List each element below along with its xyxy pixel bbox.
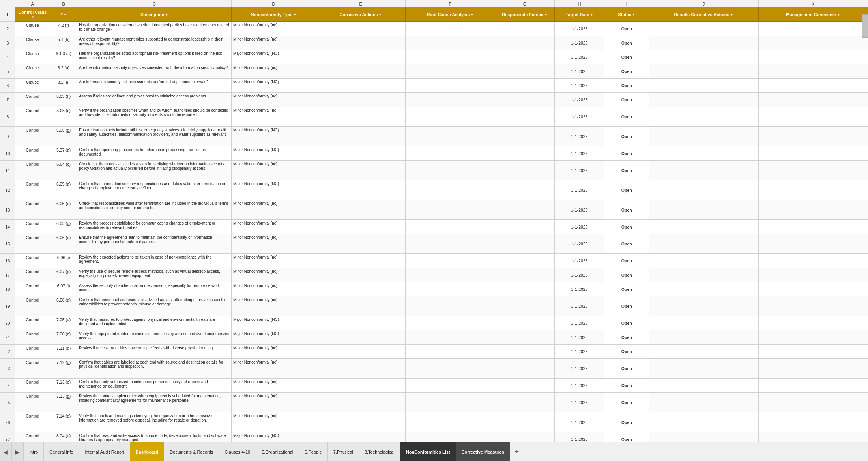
cell-description[interactable]: Check that responsibilities valid after … (77, 200, 232, 220)
cell-management-comments[interactable] (758, 93, 868, 107)
cell-results[interactable] (649, 127, 758, 146)
table-row[interactable]: 18 Control 6.07 (i) Assess the security … (0, 282, 868, 296)
cell-description[interactable]: Verify if the organization specifies whe… (77, 107, 232, 127)
table-row[interactable]: 2 Clause 4.2 (f) Has the organization co… (0, 22, 868, 36)
cell-num[interactable]: 6.2 (a) (50, 64, 77, 79)
cell-management-comments[interactable] (758, 146, 868, 161)
cell-description[interactable]: Are other relevant management roles supp… (77, 36, 232, 50)
col-header-results[interactable]: Results Corrective Actions▼ (649, 7, 758, 22)
table-row[interactable]: 6 Clause 8.2 (a) Are information securit… (0, 79, 868, 93)
cell-results[interactable] (649, 200, 758, 220)
tab-nav-right[interactable]: ▶ (12, 442, 24, 461)
cell-corrective-actions[interactable] (316, 234, 406, 254)
cell-results[interactable] (649, 50, 758, 64)
cell-target-date[interactable]: 1-1-2025 (555, 393, 604, 412)
cell-results[interactable] (649, 146, 758, 161)
col-header-management-comments[interactable]: Management Comments▼ (758, 7, 868, 22)
cell-num[interactable]: 7.13 (e) (50, 379, 77, 393)
cell-responsible-person[interactable] (495, 36, 554, 50)
col-header-target-date[interactable]: Target Date▼ (555, 7, 604, 22)
cell-num[interactable]: 6.05 (g) (50, 220, 77, 234)
cell-responsible-person[interactable] (495, 345, 554, 359)
cell-nonconformity-type[interactable]: Major Nonconformity (NC) (231, 50, 316, 64)
cell-root-cause[interactable] (405, 146, 495, 161)
cell-nonconformity-type[interactable]: Minor Nonconformity (nc) (231, 93, 316, 107)
cell-target-date[interactable]: 1-1-2025 (555, 220, 604, 234)
cell-results[interactable] (649, 393, 758, 412)
cell-target-date[interactable]: 1-1-2025 (555, 22, 604, 36)
cell-nonconformity-type[interactable]: Minor Nonconformity (nc) (231, 161, 316, 180)
cell-target-date[interactable]: 1-1-2025 (555, 379, 604, 393)
cell-control-clause[interactable]: Control (15, 330, 50, 345)
cell-status[interactable]: Open (604, 268, 649, 282)
cell-responsible-person[interactable] (495, 254, 554, 268)
cell-description[interactable]: Review the process established for commu… (77, 220, 232, 234)
cell-nonconformity-type[interactable]: Major Nonconformity (NC) (231, 330, 316, 345)
cell-root-cause[interactable] (405, 432, 495, 442)
cell-nonconformity-type[interactable]: Major Nonconformity (NC) (231, 146, 316, 161)
cell-control-clause[interactable]: Control (15, 282, 50, 296)
cell-management-comments[interactable] (758, 432, 868, 442)
tab-6-people[interactable]: 6.People (299, 442, 327, 461)
cell-description[interactable]: Verify that equipment is sited to minimi… (77, 330, 232, 345)
cell-nonconformity-type[interactable]: Minor Nonconformity (nc) (231, 359, 316, 379)
cell-responsible-person[interactable] (495, 220, 554, 234)
cell-root-cause[interactable] (405, 161, 495, 180)
tab-8-technological[interactable]: 8.Technological (359, 442, 400, 461)
cell-corrective-actions[interactable] (316, 296, 406, 316)
cell-responsible-person[interactable] (495, 200, 554, 220)
table-row[interactable]: 27 Control 8.04 (a) Confirm that read an… (0, 432, 868, 442)
cell-root-cause[interactable] (405, 220, 495, 234)
cell-status[interactable]: Open (604, 234, 649, 254)
table-row[interactable]: 25 Control 7.13 (g) Review the controls … (0, 393, 868, 412)
tab-nav-left[interactable]: ◀ (0, 442, 12, 461)
table-row[interactable]: 11 Control 6.04 (c) Check that the proce… (0, 161, 868, 180)
cell-status[interactable]: Open (604, 146, 649, 161)
cell-control-clause[interactable]: Clause (15, 36, 50, 50)
cell-control-clause[interactable]: Control (15, 254, 50, 268)
cell-responsible-person[interactable] (495, 64, 554, 79)
cell-management-comments[interactable] (758, 330, 868, 345)
cell-corrective-actions[interactable] (316, 254, 406, 268)
cell-description[interactable]: Assess if roles are defined and provisio… (77, 93, 232, 107)
cell-root-cause[interactable] (405, 330, 495, 345)
cell-description[interactable]: Confirm that read and write access to so… (77, 432, 232, 442)
cell-management-comments[interactable] (758, 234, 868, 254)
cell-status[interactable]: Open (604, 296, 649, 316)
cell-target-date[interactable]: 1-1-2025 (555, 268, 604, 282)
cell-num[interactable]: 6.06 (d) (50, 234, 77, 254)
tab-general-info[interactable]: General Info (44, 442, 79, 461)
cell-results[interactable] (649, 282, 758, 296)
cell-results[interactable] (649, 161, 758, 180)
cell-results[interactable] (649, 296, 758, 316)
cell-corrective-actions[interactable] (316, 393, 406, 412)
cell-status[interactable]: Open (604, 22, 649, 36)
cell-target-date[interactable]: 1-1-2025 (555, 161, 604, 180)
cell-description[interactable]: Verify that measures to protect against … (77, 316, 232, 330)
cell-responsible-person[interactable] (495, 432, 554, 442)
table-row[interactable]: 19 Control 6.08 (g) Confirm that personn… (0, 296, 868, 316)
cell-responsible-person[interactable] (495, 282, 554, 296)
cell-num[interactable]: 6.06 (i) (50, 254, 77, 268)
cell-num[interactable]: 7.11 (g) (50, 345, 77, 359)
tab-corrective-measures[interactable]: Corrective Measures (456, 442, 510, 461)
cell-description[interactable]: Confirm that operating procedures for in… (77, 146, 232, 161)
cell-nonconformity-type[interactable]: Major Nonconformity (NC) (231, 316, 316, 330)
cell-corrective-actions[interactable] (316, 345, 406, 359)
cell-nonconformity-type[interactable]: Minor Nonconformity (nc) (231, 234, 316, 254)
cell-status[interactable]: Open (604, 345, 649, 359)
cell-corrective-actions[interactable] (316, 180, 406, 200)
cell-status[interactable]: Open (604, 412, 649, 432)
cell-responsible-person[interactable] (495, 268, 554, 282)
cell-description[interactable]: Has the organization considered whether … (77, 22, 232, 36)
cell-num[interactable]: 5.1 (h) (50, 36, 77, 50)
cell-nonconformity-type[interactable]: Minor Nonconformity (nc) (231, 220, 316, 234)
cell-target-date[interactable]: 1-1-2025 (555, 200, 604, 220)
cell-num[interactable]: 7.13 (g) (50, 393, 77, 412)
cell-responsible-person[interactable] (495, 393, 554, 412)
cell-nonconformity-type[interactable]: Minor Nonconformity (nc) (231, 345, 316, 359)
cell-target-date[interactable]: 1-1-2025 (555, 180, 604, 200)
cell-status[interactable]: Open (604, 220, 649, 234)
col-header-description[interactable]: Description▼ (77, 7, 232, 22)
cell-control-clause[interactable]: Clause (15, 64, 50, 79)
